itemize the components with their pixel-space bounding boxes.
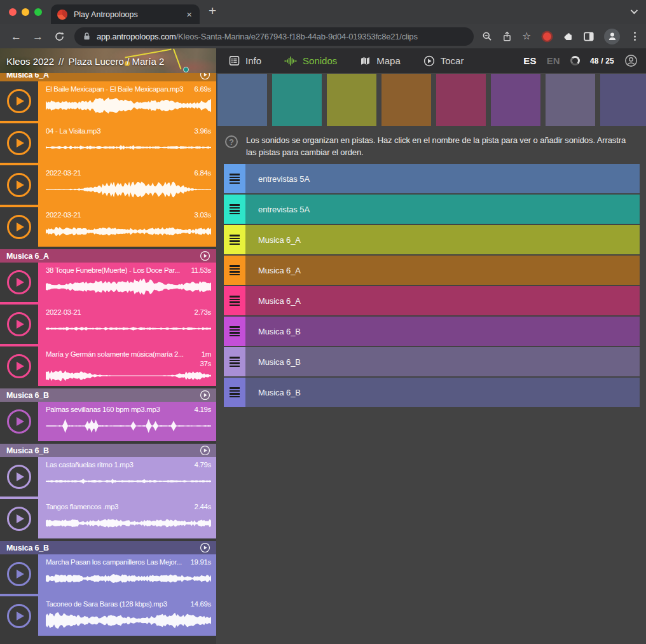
audio-clip[interactable]: María y Germán solamente música(maría 2.… [0,346,216,386]
language-es-button[interactable]: ES [523,55,536,66]
track-drag-handle[interactable] [224,195,245,224]
audio-clip[interactable]: 2022-03-213.03s [0,207,216,247]
window-close-button[interactable] [9,8,17,16]
track-row[interactable]: entrevistas 5A [224,164,640,193]
track-drag-handle[interactable] [224,317,245,346]
audio-clip[interactable]: Las castañuelas ritmo 1.mp34.79s [0,457,216,497]
track-drag-handle[interactable] [224,164,245,193]
drag-bar [230,393,240,395]
breadcrumb-project[interactable]: Kleos 2022 [6,55,54,66]
track-color-swatch[interactable] [436,74,486,126]
extensions-puzzle-icon[interactable] [563,31,574,41]
reload-icon[interactable] [54,31,65,42]
track-drag-handle[interactable] [224,347,245,376]
nav-item-mapa[interactable]: Mapa [360,55,401,66]
browser-tab[interactable]: Play Antropoloops × [51,4,200,24]
track-color-swatch[interactable] [217,74,267,126]
track-row[interactable]: Musica 6_A [224,225,640,254]
audio-clip[interactable]: 2022-03-216.84s [0,165,216,205]
url-bar[interactable]: app.antropoloops.com/Kleos-Santa-Marina/… [74,27,474,46]
forward-icon[interactable]: → [32,31,43,42]
track-section-header[interactable]: Musica 6_A [0,73,216,81]
clip-duration: 19.91s [191,558,211,567]
language-en-button[interactable]: EN [547,55,560,66]
clip-play-button[interactable] [0,305,38,344]
audio-clip[interactable]: El Baile Mexicapan - El Baile Mexicapan.… [0,81,216,121]
tab-close-icon[interactable]: × [185,10,193,19]
clip-play-button[interactable] [0,207,38,247]
clip-play-button[interactable] [0,402,38,441]
play-track-icon[interactable] [200,390,210,401]
tab-search-chevron-icon[interactable] [631,7,638,14]
clip-play-button[interactable] [0,346,38,386]
record-indicator-icon[interactable] [543,32,551,41]
browser-menu-icon[interactable] [630,32,640,41]
side-panel-icon[interactable] [584,32,594,41]
clip-play-button[interactable] [0,596,38,636]
track-color-swatch[interactable] [327,74,376,126]
track-drag-handle[interactable] [224,256,245,285]
track-color-swatch[interactable] [491,74,540,126]
account-icon[interactable] [624,54,638,67]
zoom-indicator-icon[interactable] [482,31,492,41]
track-section-header[interactable]: Musica 6_A [0,249,216,263]
track-row[interactable]: Musica 6_A [224,256,640,285]
nav-item-sonidos[interactable]: Sonidos [284,55,337,66]
audio-clip[interactable]: Taconeo de Sara Baras (128 kbps).mp314.6… [0,596,216,636]
clip-play-button[interactable] [0,123,38,163]
clip-name: 38 Toque Funebre(Muerte) - Los Doce Par.… [46,266,187,275]
audio-clip[interactable]: 2022-03-212.73s [0,305,216,344]
clip-info: 2022-03-212.73s [38,305,216,344]
track-drag-handle[interactable] [224,378,245,407]
nav-item-tocar[interactable]: Tocar [423,55,464,67]
clip-info: 2022-03-216.84s [38,165,216,205]
audio-clip[interactable]: 38 Toque Funebre(Muerte) - Los Doce Par.… [0,263,216,302]
clip-play-button[interactable] [0,499,38,538]
track-row[interactable]: Musica 6_B [224,347,640,376]
track-section-header[interactable]: Musica 6_B [0,541,216,554]
track-row[interactable]: entrevistas 5A [224,195,640,224]
track-drag-handle[interactable] [224,225,245,254]
clip-info: María y Germán solamente música(maría 2.… [38,346,216,386]
track-drag-handle[interactable] [224,286,245,315]
profile-avatar[interactable] [604,29,620,45]
clip-play-button[interactable] [0,263,38,302]
audio-clip[interactable]: Palmas sevillanas 160 bpm mp3.mp34.19s [0,402,216,441]
track-section-header[interactable]: Musica 6_B [0,388,216,402]
audio-clip[interactable]: Tangos flamencos .mp32.44s [0,499,216,538]
nav-label-tocar: Tocar [441,55,464,66]
share-icon[interactable] [502,31,512,42]
play-triangle-icon [17,320,24,329]
track-color-swatch[interactable] [381,74,431,126]
bookmark-star-icon[interactable]: ☆ [522,31,531,41]
window-minimize-button[interactable] [22,8,29,16]
clip-duration: 14.69s [191,599,211,609]
clip-header: Tangos flamencos .mp32.44s [46,502,211,512]
clip-play-button[interactable] [0,81,38,121]
track-row[interactable]: Musica 6_A [224,286,640,315]
back-icon[interactable]: ← [11,31,22,42]
audio-clip[interactable]: 04 - La Visita.mp33.96s [0,123,216,163]
nav-item-info[interactable]: Info [229,55,261,66]
play-track-icon[interactable] [200,73,210,80]
track-color-swatch[interactable] [546,74,595,126]
new-tab-button[interactable]: + [209,3,216,18]
play-track-icon[interactable] [200,445,210,456]
play-ring-icon [7,173,31,197]
play-track-icon[interactable] [200,250,210,261]
play-track-icon[interactable] [200,542,210,553]
audio-clip[interactable]: Marcha Pasan los campanilleros Las Mejor… [0,554,216,594]
track-row[interactable]: Musica 6_B [224,317,640,346]
track-color-swatch[interactable] [600,74,646,126]
clip-play-button[interactable] [0,457,38,497]
project-map-thumbnail[interactable]: Kleos 2022//Plaza Lucero / María 2 [0,48,216,73]
page-content: Musica 6_AEl Baile Mexicapan - El Baile … [0,73,646,644]
help-question-icon[interactable]: ? [225,135,238,148]
window-zoom-button[interactable] [34,8,42,16]
clip-play-button[interactable] [0,165,38,205]
track-section-header[interactable]: Musica 6_B [0,444,216,457]
track-color-swatch[interactable] [272,74,322,126]
clip-play-button[interactable] [0,554,38,594]
track-row[interactable]: Musica 6_B [224,378,640,407]
lock-icon[interactable] [83,32,91,41]
